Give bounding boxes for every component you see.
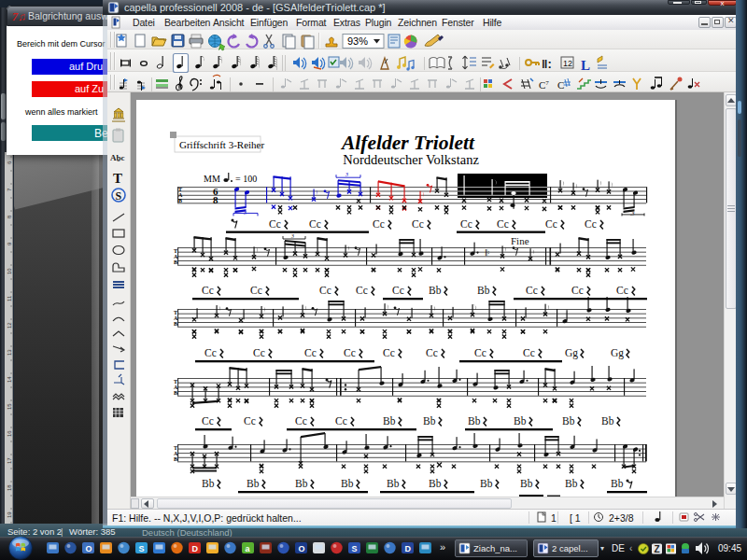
svg-text:S: S <box>116 189 122 203</box>
svg-text:Aḇc: Aḇc <box>110 153 125 162</box>
svg-text:D: D <box>405 544 412 553</box>
svg-text:D: D <box>192 544 199 553</box>
svg-text:S: S <box>352 544 358 553</box>
svg-text:O: O <box>86 544 92 553</box>
svg-text:S: S <box>139 544 145 553</box>
svg-text:C: C <box>557 79 564 91</box>
svg-text:O: O <box>299 544 305 553</box>
svg-text:C7: C7 <box>539 79 549 91</box>
svg-text:T: T <box>113 171 122 186</box>
